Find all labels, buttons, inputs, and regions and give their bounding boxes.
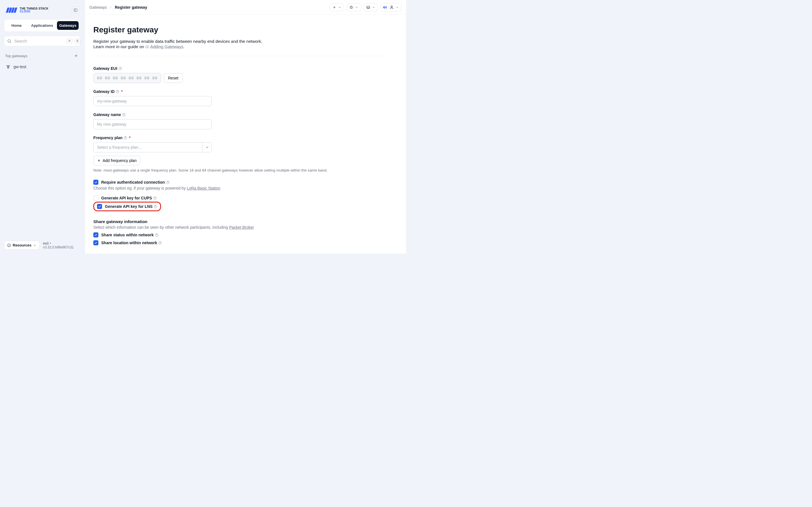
eui-octet: 00 [113,76,118,80]
plus-icon [333,5,336,9]
page-title: Register gateway [93,25,387,34]
kbd-cmd: ⌘ [66,38,72,44]
sidebar-footer: Resources eu1 • v3.32.0.b96e907c31 [4,241,81,249]
require-auth-checkbox[interactable] [93,180,98,185]
help-icon[interactable] [166,180,170,184]
breadcrumb-current: Register gateway [115,5,147,10]
gateway-icon [6,64,11,69]
eui-octet: 00 [144,76,149,80]
field-lns-key-highlight: Generate API key for LNS [93,202,161,211]
gateway-label: gw-test [13,64,26,69]
svg-rect-12 [386,6,387,8]
share-status-label: Share status within network [101,233,154,237]
inbox-menu-button[interactable] [364,3,378,11]
kbd-k: K [75,38,81,44]
field-share-location: Share location within network [93,240,387,245]
gateway-id-input[interactable] [93,96,212,106]
chevron-down-icon [372,6,375,9]
eui-octet: 00 [129,76,134,80]
required-marker: * [121,89,122,94]
brand-line2: CLOUD [20,10,49,13]
frequency-plan-value: Select a frequency plan… [93,142,212,152]
gateway-name-input[interactable] [93,119,212,129]
help-icon[interactable] [122,113,126,117]
search-input[interactable] [14,39,64,44]
field-require-auth: Require authenticated connection Choose … [93,180,387,190]
topbar-actions [330,3,402,11]
help-icon[interactable] [118,67,122,70]
chevron-down-icon [355,6,358,9]
brand-row: THE THINGS STACK CLOUD [4,3,81,19]
gateway-list-item[interactable]: gw-test [4,62,81,71]
nav-tab-home[interactable]: Home [6,21,27,30]
nav-tab-gateways[interactable]: Gateways [57,21,79,30]
brand[interactable]: THE THINGS STACK CLOUD [5,7,49,13]
svg-rect-9 [383,6,384,8]
sidebar: THE THINGS STACK CLOUD Home Applications… [0,0,85,253]
label-gateway-name: Gateway name [93,112,121,117]
reset-eui-button[interactable]: Reset [164,73,183,83]
top-gateways-title: Top gateways [5,54,28,58]
nav-tabs: Home Applications Gateways [4,19,81,32]
lns-key-checkbox[interactable] [97,204,102,209]
cups-key-checkbox[interactable] [93,195,98,201]
hint-prefix: Choose this option eg. if your gateway i… [93,186,187,190]
intro-suffix: . [183,44,185,49]
require-auth-hint: Choose this option eg. if your gateway i… [93,186,387,190]
plus-icon [74,54,79,58]
help-icon[interactable] [158,241,162,245]
svg-point-5 [8,40,10,42]
lora-basic-station-link[interactable]: LoRa Basic Station [187,186,220,190]
require-auth-label: Require authenticated connection [101,180,165,184]
info-icon [7,243,11,247]
collapse-sidebar-button[interactable] [71,6,80,14]
packet-broker-link[interactable]: Packet Broker [229,225,254,230]
chevron-right-icon [109,6,112,9]
footer-env: eu1 • v3.32.0.b96e907c31 [43,241,81,249]
field-cups-key: Generate API key for CUPS [93,195,387,201]
cups-key-label: Generate API key for CUPS [101,196,152,200]
resources-button[interactable]: Resources [4,241,40,249]
book-icon [145,45,149,49]
lns-key-label: Generate API key for LNS [105,204,153,209]
field-gateway-id: Gateway ID * [93,89,212,106]
hint-prefix: Select which information can be seen by … [93,225,229,230]
gateway-eui-input[interactable]: 00 00 00 00 00 00 00 00 [93,73,161,83]
gateways-list: gw-test [4,62,81,71]
share-section-hint: Select which information can be seen by … [93,225,387,230]
help-icon[interactable] [123,136,127,140]
adding-gateways-link[interactable]: Adding Gateways [150,44,184,49]
field-frequency-plan: Frequency plan * Select a frequency plan… [93,135,387,172]
help-icon[interactable] [116,90,119,94]
label-gateway-eui: Gateway EUI [93,66,117,71]
share-location-checkbox[interactable] [93,240,98,245]
plus-icon [97,159,101,163]
main: Gateways Register gateway [85,0,406,253]
help-icon[interactable] [154,205,157,209]
search-box[interactable]: ⌘ K [4,36,81,46]
breadcrumb-parent[interactable]: Gateways [89,5,107,10]
eui-octet: 00 [152,76,157,80]
inbox-icon [366,5,370,9]
frequency-note: Note: most gateways use a single frequen… [93,168,387,172]
add-gateway-button[interactable] [73,52,80,59]
chevron-down-icon [396,6,399,9]
topbar: Gateways Register gateway [85,0,406,15]
svg-rect-4 [74,9,77,11]
share-status-checkbox[interactable] [93,232,98,237]
account-menu-button[interactable] [380,3,402,11]
star-icon [349,5,353,9]
help-icon[interactable] [153,196,157,200]
user-icon [389,5,394,10]
create-menu-button[interactable] [330,3,344,11]
nav-tab-applications[interactable]: Applications [29,21,55,30]
add-frequency-plan-button[interactable]: Add frequency plan [93,156,140,165]
top-gateways-header: Top gateways [4,52,81,59]
chevron-down-icon [33,244,36,247]
panel-collapse-icon [73,8,78,12]
favorites-menu-button[interactable] [347,3,361,11]
eui-octet: 00 [137,76,142,80]
eui-octet: 00 [121,76,126,80]
help-icon[interactable] [155,233,158,237]
frequency-plan-select[interactable]: Select a frequency plan… [93,142,212,152]
